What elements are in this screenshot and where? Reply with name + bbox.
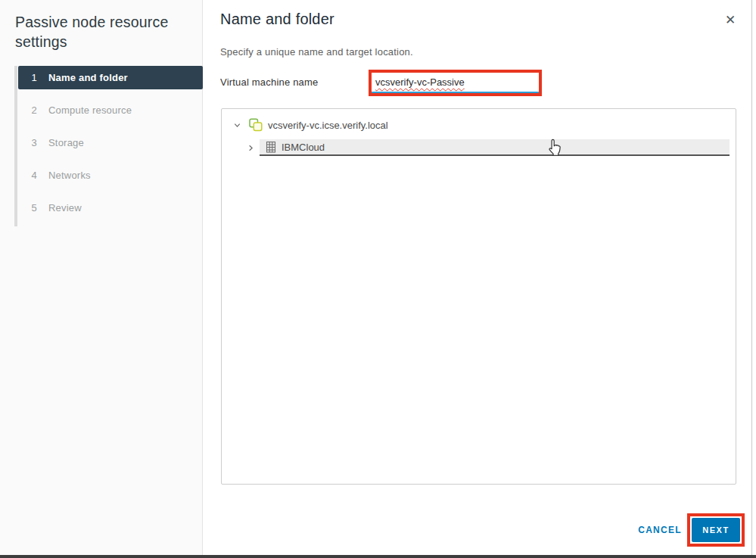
cancel-button[interactable]: CANCEL — [638, 525, 682, 535]
folder-tree-panel: vcsverify-vc.icse.verify.local IB — [221, 108, 736, 485]
tree-row-selected[interactable]: IBMCloud — [260, 139, 730, 156]
steps-progress-bar — [14, 66, 17, 226]
step-label: Compute resource — [48, 104, 132, 116]
wizard-steps: 1 Name and folder 2 Compute resource 3 S… — [14, 66, 202, 229]
next-button[interactable]: NEXT — [692, 518, 739, 542]
vcenter-icon — [249, 118, 263, 132]
step-number: 5 — [29, 202, 39, 214]
step-review[interactable]: 5 Review — [18, 196, 203, 220]
step-number: 2 — [29, 104, 39, 116]
step-label: Networks — [48, 170, 91, 181]
wizard-title: Passive node resource settings — [15, 12, 191, 51]
step-storage[interactable]: 3 Storage — [18, 131, 203, 154]
step-label: Review — [48, 202, 82, 214]
step-number: 3 — [29, 137, 39, 148]
vm-name-input[interactable]: vcsverify-vc-Passive — [372, 73, 539, 93]
chevron-right-icon[interactable] — [247, 144, 255, 152]
step-compute-resource[interactable]: 2 Compute resource — [18, 98, 203, 122]
tree-node-datacenter: IBMCloud — [222, 139, 736, 157]
tree-node-vcenter[interactable]: vcsverify-vc.icse.verify.local — [222, 116, 736, 136]
red-highlight-box-input: vcsverify-vc-Passive — [369, 70, 542, 96]
step-name-and-folder[interactable]: 1 Name and folder — [18, 66, 203, 89]
wizard-main-panel: Name and folder ✕ Specify a unique name … — [204, 0, 751, 555]
wizard-sidebar: Passive node resource settings 1 Name an… — [0, 0, 203, 555]
page-title: Name and folder — [220, 11, 334, 28]
close-icon[interactable]: ✕ — [721, 11, 739, 29]
datacenter-icon — [265, 141, 277, 154]
window-right-edge — [751, 0, 752, 555]
step-label: Storage — [48, 137, 84, 148]
tree-node-label: IBMCloud — [282, 142, 325, 153]
chevron-down-icon[interactable] — [233, 121, 241, 129]
vm-name-label: Virtual machine name — [220, 76, 319, 88]
window-bottom-edge — [0, 555, 756, 558]
step-networks[interactable]: 4 Networks — [18, 164, 203, 187]
page-subtitle: Specify a unique name and target locatio… — [220, 46, 413, 58]
vm-name-value: vcsverify-vc-Passive — [372, 76, 465, 88]
step-label: Name and folder — [48, 72, 128, 83]
tree-node-label: vcsverify-vc.icse.verify.local — [268, 120, 388, 131]
step-number: 4 — [29, 170, 39, 181]
step-number: 1 — [29, 72, 39, 83]
red-highlight-box-next: NEXT — [687, 513, 745, 547]
